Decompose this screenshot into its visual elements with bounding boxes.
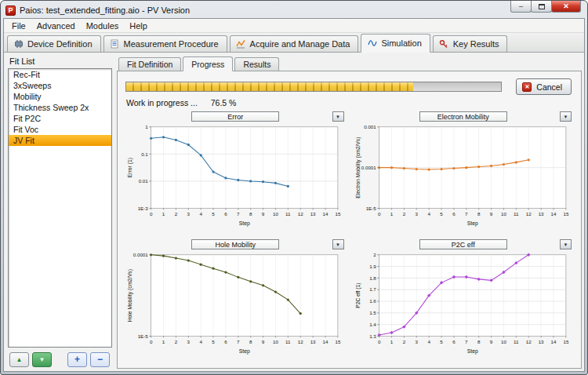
svg-text:6: 6 xyxy=(224,339,227,344)
chart-selector-electron-mobility[interactable]: Electron Mobility xyxy=(419,111,507,122)
minimize-button[interactable]: – xyxy=(510,1,532,13)
chart-selector-dropdown-icon[interactable]: ▼ xyxy=(560,111,572,122)
chart-selector-p2c-eff[interactable]: P2C eff xyxy=(419,239,507,249)
fit-list-item-3xsweeps[interactable]: 3xSweeps xyxy=(9,80,111,91)
svg-text:1.5: 1.5 xyxy=(369,310,376,315)
svg-text:2: 2 xyxy=(373,252,376,257)
tab-label: Acquire and Manage Data xyxy=(250,39,350,49)
subtab-fit-definition[interactable]: Fit Definition xyxy=(118,57,181,71)
svg-text:1: 1 xyxy=(162,211,165,217)
svg-text:0: 0 xyxy=(377,339,380,344)
remove-fit-button[interactable]: − xyxy=(90,352,110,367)
svg-text:11: 11 xyxy=(285,339,291,344)
fit-list-item-rec-fit[interactable]: Rec-Fit xyxy=(9,69,111,80)
svg-text:11: 11 xyxy=(285,211,291,217)
chart-block-hole-mobility: Hole Mobility▼01234567891011121314150.00… xyxy=(125,238,346,363)
svg-text:2: 2 xyxy=(175,211,178,217)
svg-text:12: 12 xyxy=(298,339,303,344)
fit-list-item-mobility[interactable]: Mobility xyxy=(9,91,111,102)
subtab-results[interactable]: Results xyxy=(234,57,279,71)
svg-text:1: 1 xyxy=(145,124,148,129)
chart-head-electron-mobility: Electron Mobility▼ xyxy=(354,111,574,122)
svg-text:10: 10 xyxy=(501,339,506,344)
chart-selector-hole-mobility[interactable]: Hole Mobility xyxy=(191,239,279,249)
move-up-button[interactable]: ▲ xyxy=(9,352,29,367)
progress-tab-panel: ✕ Cancel Work in progress ... 76.5 % Err… xyxy=(117,71,582,369)
svg-text:1: 1 xyxy=(390,339,393,344)
svg-text:6: 6 xyxy=(452,211,456,217)
svg-text:8: 8 xyxy=(477,211,480,217)
svg-text:3: 3 xyxy=(415,339,418,344)
progress-fill xyxy=(126,82,413,91)
chart-plot-error: 012345678910111213141510.10.011E-3StepEr… xyxy=(125,122,346,235)
svg-text:5: 5 xyxy=(212,211,215,217)
up-arrow-icon: ▲ xyxy=(16,356,23,363)
svg-text:Step: Step xyxy=(239,348,250,355)
fit-list-item-jv-fit[interactable]: JV Fit xyxy=(9,135,111,146)
chart-head-p2c-eff: P2C eff▼ xyxy=(354,238,574,250)
svg-text:1E-3: 1E-3 xyxy=(138,206,149,211)
down-arrow-icon: ▼ xyxy=(39,356,45,363)
svg-text:15: 15 xyxy=(335,339,340,344)
svg-text:Step: Step xyxy=(466,220,477,227)
svg-text:0.01: 0.01 xyxy=(139,178,149,184)
tab-key-results[interactable]: Key Results xyxy=(433,35,508,52)
svg-text:8: 8 xyxy=(477,339,480,344)
tab-device-definition[interactable]: Device Definition xyxy=(7,35,101,52)
fit-list-item-fit-p2c[interactable]: Fit P2C xyxy=(9,113,111,124)
svg-text:1.3: 1.3 xyxy=(369,333,376,339)
cancel-label: Cancel xyxy=(536,82,562,92)
svg-text:1E-5: 1E-5 xyxy=(138,333,149,339)
procedure-icon xyxy=(110,39,120,49)
tab-label: Device Definition xyxy=(27,39,93,49)
chart-selector-dropdown-icon[interactable]: ▼ xyxy=(332,239,344,249)
cancel-button[interactable]: ✕ Cancel xyxy=(516,78,572,95)
svg-text:10: 10 xyxy=(501,211,506,217)
chart-head-hole-mobility: Hole Mobility▼ xyxy=(125,238,346,250)
svg-text:14: 14 xyxy=(323,339,328,344)
subtab-progress[interactable]: Progress xyxy=(183,56,233,71)
tab-label: Simulation xyxy=(381,38,421,48)
fit-list-item-fit-voc[interactable]: Fit Voc xyxy=(9,124,111,135)
svg-text:14: 14 xyxy=(323,211,328,217)
move-down-button[interactable]: ▼ xyxy=(32,352,52,367)
maximize-button[interactable] xyxy=(531,1,552,13)
sub-tab-strip: Fit DefinitionProgressResults xyxy=(117,56,582,71)
content-area: Fit List Rec-Fit3xSweepsMobilityThicknes… xyxy=(4,53,584,371)
key-results-icon xyxy=(439,39,449,49)
chart-selector-dropdown-icon[interactable]: ▼ xyxy=(560,239,572,249)
add-fit-button[interactable]: + xyxy=(67,352,87,367)
svg-text:2: 2 xyxy=(402,339,405,344)
acquire-data-icon xyxy=(236,39,246,49)
close-button[interactable]: ✕ xyxy=(551,1,581,13)
svg-text:7: 7 xyxy=(237,339,240,344)
fit-list-item-thickness-sweep-2x[interactable]: Thickness Sweep 2x xyxy=(9,102,111,113)
menu-advanced[interactable]: Advanced xyxy=(31,20,81,31)
paios-app-icon: P xyxy=(5,5,16,16)
svg-text:5: 5 xyxy=(212,339,215,344)
svg-text:2: 2 xyxy=(402,211,405,217)
tab-acquire-and-manage-data[interactable]: Acquire and Manage Data xyxy=(230,35,359,52)
svg-text:0: 0 xyxy=(150,211,153,217)
svg-text:4: 4 xyxy=(199,339,202,344)
charts-grid: Error▼012345678910111213141510.10.011E-3… xyxy=(118,108,581,368)
menu-modules[interactable]: Modules xyxy=(81,20,125,31)
svg-text:14: 14 xyxy=(550,211,556,217)
chart-selector-error[interactable]: Error xyxy=(191,111,279,122)
tab-measurement-procedure[interactable]: Measurement Procedure xyxy=(103,35,227,52)
svg-text:8: 8 xyxy=(249,339,252,344)
maximize-icon xyxy=(539,4,545,9)
menu-file[interactable]: File xyxy=(6,20,31,31)
svg-text:8: 8 xyxy=(249,211,252,217)
title-bar: P Paios: test_extended_fitting.aio - PV … xyxy=(1,1,587,17)
tab-simulation[interactable]: Simulation xyxy=(361,34,430,53)
svg-text:10: 10 xyxy=(273,211,278,217)
svg-text:1.4: 1.4 xyxy=(369,322,376,327)
fit-list: Rec-Fit3xSweepsMobilityThickness Sweep 2… xyxy=(8,68,112,348)
svg-text:10: 10 xyxy=(273,339,278,344)
progress-row: ✕ Cancel xyxy=(118,71,581,95)
svg-text:7: 7 xyxy=(465,211,468,217)
menu-help[interactable]: Help xyxy=(124,20,153,31)
chart-selector-dropdown-icon[interactable]: ▼ xyxy=(332,111,344,122)
progress-status: Work in progress ... 76.5 % xyxy=(118,95,581,108)
